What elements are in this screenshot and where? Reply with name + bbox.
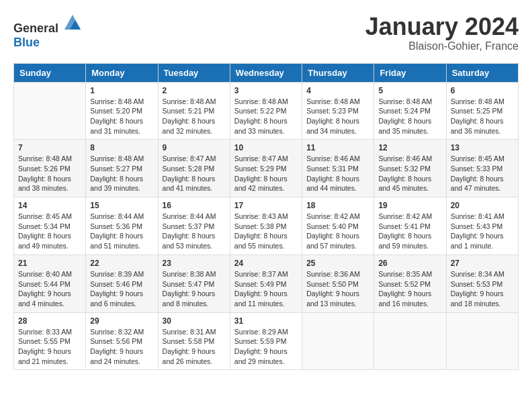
day-number: 24 xyxy=(234,259,298,268)
day-info: Sunrise: 8:48 AM Sunset: 5:20 PM Dayligh… xyxy=(90,97,153,136)
calendar-cell: 12Sunrise: 8:46 AM Sunset: 5:32 PM Dayli… xyxy=(374,140,446,197)
day-number: 9 xyxy=(163,143,226,152)
day-info: Sunrise: 8:42 AM Sunset: 5:41 PM Dayligh… xyxy=(378,212,441,251)
day-info: Sunrise: 8:46 AM Sunset: 5:31 PM Dayligh… xyxy=(306,154,369,193)
day-info: Sunrise: 8:46 AM Sunset: 5:32 PM Dayligh… xyxy=(378,154,441,193)
calendar-cell: 15Sunrise: 8:44 AM Sunset: 5:36 PM Dayli… xyxy=(86,197,158,255)
calendar-cell xyxy=(446,312,518,370)
day-info: Sunrise: 8:45 AM Sunset: 5:33 PM Dayligh… xyxy=(451,154,514,193)
weekday-header-saturday: Saturday xyxy=(446,63,518,82)
logo-text: General Blue xyxy=(13,13,82,50)
calendar-cell: 3Sunrise: 8:48 AM Sunset: 5:22 PM Daylig… xyxy=(230,82,302,140)
day-info: Sunrise: 8:48 AM Sunset: 5:26 PM Dayligh… xyxy=(18,154,81,193)
weekday-header-tuesday: Tuesday xyxy=(158,63,230,82)
calendar-cell: 25Sunrise: 8:36 AM Sunset: 5:50 PM Dayli… xyxy=(302,255,374,312)
logo-general: General xyxy=(13,21,58,35)
calendar-cell: 17Sunrise: 8:43 AM Sunset: 5:38 PM Dayli… xyxy=(230,197,302,255)
weekday-header-sunday: Sunday xyxy=(14,63,86,82)
day-info: Sunrise: 8:41 AM Sunset: 5:43 PM Dayligh… xyxy=(451,212,514,251)
calendar-cell: 20Sunrise: 8:41 AM Sunset: 5:43 PM Dayli… xyxy=(446,197,518,255)
day-info: Sunrise: 8:37 AM Sunset: 5:49 PM Dayligh… xyxy=(234,269,298,309)
weekday-header-thursday: Thursday xyxy=(302,63,374,82)
calendar-cell xyxy=(14,82,86,140)
calendar-cell: 27Sunrise: 8:34 AM Sunset: 5:53 PM Dayli… xyxy=(446,255,518,312)
day-number: 16 xyxy=(163,201,226,210)
logo-icon xyxy=(63,13,82,32)
day-number: 4 xyxy=(306,86,369,95)
day-info: Sunrise: 8:48 AM Sunset: 5:22 PM Dayligh… xyxy=(234,97,298,136)
day-number: 26 xyxy=(378,259,441,268)
day-number: 2 xyxy=(163,86,226,95)
day-number: 19 xyxy=(378,201,441,210)
calendar-cell: 21Sunrise: 8:40 AM Sunset: 5:44 PM Dayli… xyxy=(14,255,86,312)
calendar-cell: 7Sunrise: 8:48 AM Sunset: 5:26 PM Daylig… xyxy=(14,140,86,197)
day-number: 10 xyxy=(234,143,298,152)
day-number: 29 xyxy=(90,316,153,326)
day-info: Sunrise: 8:40 AM Sunset: 5:44 PM Dayligh… xyxy=(18,269,81,309)
day-info: Sunrise: 8:48 AM Sunset: 5:25 PM Dayligh… xyxy=(451,97,514,136)
day-info: Sunrise: 8:35 AM Sunset: 5:52 PM Dayligh… xyxy=(378,269,441,309)
day-number: 12 xyxy=(378,143,441,152)
weekday-header-friday: Friday xyxy=(374,63,446,82)
calendar-cell: 1Sunrise: 8:48 AM Sunset: 5:20 PM Daylig… xyxy=(86,82,158,140)
day-number: 5 xyxy=(378,86,441,95)
week-row-1: 1Sunrise: 8:48 AM Sunset: 5:20 PM Daylig… xyxy=(14,82,519,140)
day-number: 20 xyxy=(451,201,514,210)
day-number: 17 xyxy=(234,201,298,210)
day-number: 23 xyxy=(163,259,226,268)
day-number: 31 xyxy=(234,316,298,326)
week-row-2: 7Sunrise: 8:48 AM Sunset: 5:26 PM Daylig… xyxy=(14,140,519,197)
week-row-5: 28Sunrise: 8:33 AM Sunset: 5:55 PM Dayli… xyxy=(14,312,519,370)
calendar-cell: 10Sunrise: 8:47 AM Sunset: 5:29 PM Dayli… xyxy=(230,140,302,197)
day-info: Sunrise: 8:33 AM Sunset: 5:55 PM Dayligh… xyxy=(18,327,81,367)
day-info: Sunrise: 8:48 AM Sunset: 5:21 PM Dayligh… xyxy=(163,97,226,136)
day-info: Sunrise: 8:43 AM Sunset: 5:38 PM Dayligh… xyxy=(234,212,298,251)
day-info: Sunrise: 8:38 AM Sunset: 5:47 PM Dayligh… xyxy=(163,269,226,309)
day-info: Sunrise: 8:45 AM Sunset: 5:34 PM Dayligh… xyxy=(18,212,81,251)
calendar-cell: 8Sunrise: 8:48 AM Sunset: 5:27 PM Daylig… xyxy=(86,140,158,197)
day-info: Sunrise: 8:34 AM Sunset: 5:53 PM Dayligh… xyxy=(451,269,514,309)
day-info: Sunrise: 8:48 AM Sunset: 5:23 PM Dayligh… xyxy=(306,97,369,136)
calendar-cell: 28Sunrise: 8:33 AM Sunset: 5:55 PM Dayli… xyxy=(14,312,86,370)
day-number: 30 xyxy=(163,316,226,326)
day-number: 13 xyxy=(451,143,514,152)
day-number: 1 xyxy=(90,86,153,95)
day-info: Sunrise: 8:48 AM Sunset: 5:27 PM Dayligh… xyxy=(90,154,153,193)
weekday-header-wednesday: Wednesday xyxy=(230,63,302,82)
title-block: January 2024 Blaison-Gohier, France xyxy=(365,13,519,52)
calendar-cell: 5Sunrise: 8:48 AM Sunset: 5:24 PM Daylig… xyxy=(374,82,446,140)
day-number: 14 xyxy=(18,201,81,210)
calendar-cell: 30Sunrise: 8:31 AM Sunset: 5:58 PM Dayli… xyxy=(158,312,230,370)
calendar-cell: 26Sunrise: 8:35 AM Sunset: 5:52 PM Dayli… xyxy=(374,255,446,312)
day-info: Sunrise: 8:47 AM Sunset: 5:28 PM Dayligh… xyxy=(163,154,226,193)
weekday-header-monday: Monday xyxy=(86,63,158,82)
calendar-cell: 29Sunrise: 8:32 AM Sunset: 5:56 PM Dayli… xyxy=(86,312,158,370)
calendar-cell: 22Sunrise: 8:39 AM Sunset: 5:46 PM Dayli… xyxy=(86,255,158,312)
day-info: Sunrise: 8:31 AM Sunset: 5:58 PM Dayligh… xyxy=(163,327,226,367)
day-info: Sunrise: 8:48 AM Sunset: 5:24 PM Dayligh… xyxy=(378,97,441,136)
day-number: 3 xyxy=(234,86,298,95)
logo: General Blue xyxy=(13,13,82,50)
weekday-header-row: SundayMondayTuesdayWednesdayThursdayFrid… xyxy=(14,63,519,82)
day-number: 7 xyxy=(18,143,81,152)
calendar-cell: 23Sunrise: 8:38 AM Sunset: 5:47 PM Dayli… xyxy=(158,255,230,312)
day-info: Sunrise: 8:29 AM Sunset: 5:59 PM Dayligh… xyxy=(234,327,298,367)
day-number: 21 xyxy=(18,259,81,268)
day-number: 25 xyxy=(306,259,369,268)
day-number: 28 xyxy=(18,316,81,326)
calendar-cell: 9Sunrise: 8:47 AM Sunset: 5:28 PM Daylig… xyxy=(158,140,230,197)
calendar-cell: 6Sunrise: 8:48 AM Sunset: 5:25 PM Daylig… xyxy=(446,82,518,140)
calendar-cell: 16Sunrise: 8:44 AM Sunset: 5:37 PM Dayli… xyxy=(158,197,230,255)
location-title: Blaison-Gohier, France xyxy=(365,40,519,52)
calendar-cell: 19Sunrise: 8:42 AM Sunset: 5:41 PM Dayli… xyxy=(374,197,446,255)
month-title: January 2024 xyxy=(365,13,519,40)
day-info: Sunrise: 8:44 AM Sunset: 5:37 PM Dayligh… xyxy=(163,212,226,251)
calendar-cell: 11Sunrise: 8:46 AM Sunset: 5:31 PM Dayli… xyxy=(302,140,374,197)
calendar-cell: 24Sunrise: 8:37 AM Sunset: 5:49 PM Dayli… xyxy=(230,255,302,312)
day-number: 6 xyxy=(451,86,514,95)
day-number: 18 xyxy=(306,201,369,210)
calendar-cell xyxy=(374,312,446,370)
day-info: Sunrise: 8:36 AM Sunset: 5:50 PM Dayligh… xyxy=(306,269,369,309)
day-info: Sunrise: 8:32 AM Sunset: 5:56 PM Dayligh… xyxy=(90,327,153,367)
calendar-cell: 4Sunrise: 8:48 AM Sunset: 5:23 PM Daylig… xyxy=(302,82,374,140)
